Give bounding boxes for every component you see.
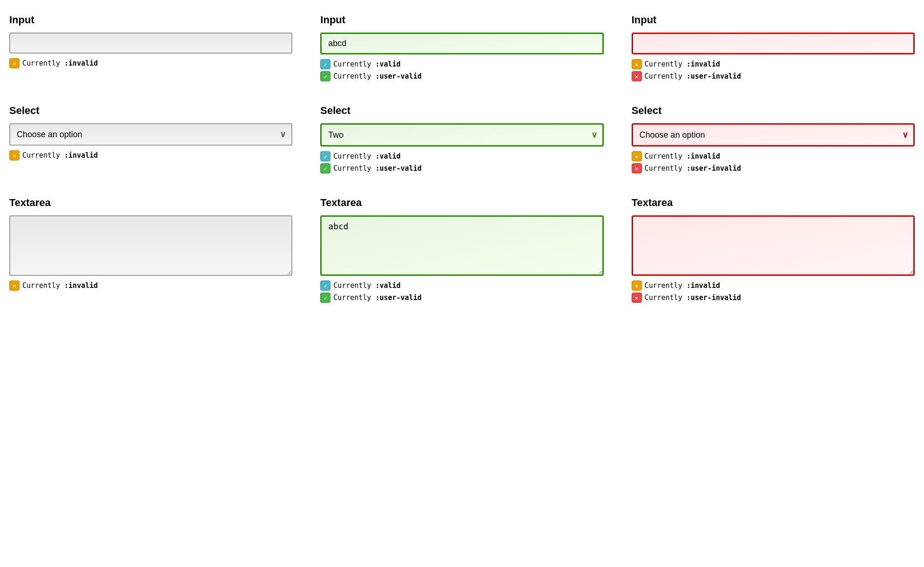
status-item-textarea-inv: ✕ Currently :invalid (9, 280, 292, 291)
select-valid-statuses: ✓ Currently :valid ✓ Currently :user-val… (320, 151, 603, 173)
status-text-textarea-inv1: Currently :invalid (645, 281, 720, 290)
cell-select-invalid: Select Choose an option One Two Three ∨ … (632, 105, 915, 173)
select-valid-heading: Select (320, 105, 603, 117)
textarea-default-statuses: ✕ Currently :invalid (9, 280, 292, 291)
check-icon-select-green: ✓ (323, 165, 327, 172)
input-invalid[interactable] (632, 33, 915, 54)
x-icon-textarea: ✕ (13, 282, 16, 289)
badge-blue-select: ✓ (320, 151, 330, 161)
badge-orange-select-inv: ✕ (632, 151, 642, 161)
status-text-select-inv1: Currently :invalid (645, 152, 720, 160)
select-valid-wrapper: Choose an option One Two Three ∨ (320, 123, 603, 147)
select-default-statuses: ✕ Currently :invalid (9, 150, 292, 160)
status-item-select-user-valid: ✓ Currently :user-valid (320, 163, 603, 173)
cell-input-invalid: Input ✕ Currently :invalid ✕ Currently :… (632, 14, 915, 81)
status-item-valid: ✓ Currently :valid (320, 59, 603, 69)
cell-textarea-default: Textarea ✕ Currently :invalid (9, 197, 292, 303)
check-icon: ✓ (323, 61, 327, 68)
pseudo-select-user-valid: :user-valid (376, 164, 422, 173)
textarea-invalid-heading: Textarea (632, 197, 915, 209)
status-item-textarea-inv1: ✕ Currently :invalid (632, 280, 915, 291)
select-default[interactable]: Choose an option One Two Three (9, 123, 292, 146)
status-text: Currently :invalid (22, 59, 98, 67)
pseudo-textarea-user-inv: :user-invalid (686, 294, 741, 302)
cell-textarea-valid: Textarea abcd ✓ Currently :valid ✓ Curre… (320, 197, 603, 303)
status-item-select-inv1: ✕ Currently :invalid (632, 151, 915, 161)
textarea-valid-heading: Textarea (320, 197, 603, 209)
textarea-default[interactable] (9, 215, 292, 276)
badge-orange-x: ✕ (9, 58, 20, 68)
status-item-textarea-user-valid: ✓ Currently :user-valid (320, 293, 603, 303)
status-item-select-invalid: ✕ Currently :invalid (9, 150, 292, 160)
pseudo-select-user-inv: :user-invalid (686, 164, 741, 173)
input-valid-statuses: ✓ Currently :valid ✓ Currently :user-val… (320, 59, 603, 81)
badge-blue-check: ✓ (320, 59, 330, 69)
pseudo-textarea-valid: :valid (376, 281, 401, 290)
pseudo-invalid: :invalid (686, 60, 720, 68)
check-icon-textarea: ✓ (323, 282, 327, 289)
status-item-select-valid: ✓ Currently :valid (320, 151, 603, 161)
pseudo-select-invalid: :invalid (64, 151, 98, 160)
select-invalid[interactable]: Choose an option One Two Three (632, 123, 915, 147)
check-icon-textarea-green: ✓ (323, 294, 327, 301)
status-item: ✕ Currently :invalid (9, 58, 292, 68)
check-icon-green: ✓ (323, 73, 327, 80)
status-item-select-user-inv: ✕ Currently :user-invalid (632, 163, 915, 173)
main-grid: Input ✕ Currently :invalid Input ✓ Curre… (9, 14, 915, 303)
x-icon-red: ✕ (635, 73, 639, 80)
textarea-valid[interactable]: abcd (320, 215, 603, 276)
status-item-user-invalid: ✕ Currently :user-invalid (632, 71, 915, 81)
cell-select-valid: Select Choose an option One Two Three ∨ … (320, 105, 603, 173)
status-text-select-invalid: Currently :invalid (22, 151, 98, 160)
input-default[interactable] (9, 33, 292, 53)
status-item-invalid1: ✕ Currently :invalid (632, 59, 915, 69)
badge-orange-select: ✕ (9, 150, 20, 160)
input-invalid-statuses: ✕ Currently :invalid ✕ Currently :user-i… (632, 59, 915, 81)
textarea-invalid[interactable] (632, 215, 915, 276)
x-icon-textarea-inv: ✕ (635, 282, 639, 289)
status-text-user-invalid: Currently :user-invalid (645, 72, 741, 80)
select-invalid-heading: Select (632, 105, 915, 117)
x-icon-select: ✕ (13, 152, 16, 159)
input-valid-heading: Input (320, 14, 603, 26)
badge-orange-textarea-inv: ✕ (632, 280, 642, 291)
pseudo-select-valid: :valid (376, 152, 401, 160)
select-default-wrapper: Choose an option One Two Three ∨ (9, 123, 292, 146)
select-valid[interactable]: Choose an option One Two Three (320, 123, 603, 147)
input-invalid-heading: Input (632, 14, 915, 26)
status-item-textarea-user-inv: ✕ Currently :user-invalid (632, 293, 915, 303)
status-text-user-valid: Currently :user-valid (333, 72, 422, 80)
status-text-textarea-user-valid: Currently :user-valid (333, 294, 422, 302)
select-default-heading: Select (9, 105, 292, 117)
x-icon: ✕ (13, 60, 16, 67)
cell-input-default: Input ✕ Currently :invalid (9, 14, 292, 81)
pseudo-textarea-inv1: :invalid (686, 281, 720, 290)
status-text-invalid1: Currently :invalid (645, 60, 720, 68)
badge-red-x: ✕ (632, 71, 642, 81)
status-text-textarea-inv: Currently :invalid (22, 281, 98, 290)
pseudo-valid: :valid (376, 60, 401, 68)
cell-textarea-invalid: Textarea ✕ Currently :invalid ✕ Currentl… (632, 197, 915, 303)
textarea-default-heading: Textarea (9, 197, 292, 209)
x-icon-textarea-red: ✕ (635, 294, 639, 301)
select-invalid-wrapper: Choose an option One Two Three ∨ (632, 123, 915, 147)
status-text-select-user-inv: Currently :user-invalid (645, 164, 741, 173)
status-text-textarea-valid: Currently :valid (333, 281, 401, 290)
badge-orange-x-invalid: ✕ (632, 59, 642, 69)
badge-green-check: ✓ (320, 71, 330, 81)
pseudo-class: :invalid (64, 59, 98, 67)
badge-red-select: ✕ (632, 163, 642, 173)
cell-select-default: Select Choose an option One Two Three ∨ … (9, 105, 292, 173)
badge-green-textarea: ✓ (320, 293, 330, 303)
status-item-textarea-valid: ✓ Currently :valid (320, 280, 603, 291)
status-text-select-user-valid: Currently :user-valid (333, 164, 422, 173)
badge-blue-textarea: ✓ (320, 280, 330, 291)
x-icon-invalid: ✕ (635, 61, 639, 68)
x-icon-select-inv: ✕ (635, 153, 639, 160)
input-valid[interactable] (320, 33, 603, 54)
textarea-valid-statuses: ✓ Currently :valid ✓ Currently :user-val… (320, 280, 603, 303)
pseudo-textarea-user-valid: :user-valid (376, 294, 422, 302)
input-default-heading: Input (9, 14, 292, 26)
textarea-invalid-statuses: ✕ Currently :invalid ✕ Currently :user-i… (632, 280, 915, 303)
x-icon-select-red: ✕ (635, 165, 639, 172)
